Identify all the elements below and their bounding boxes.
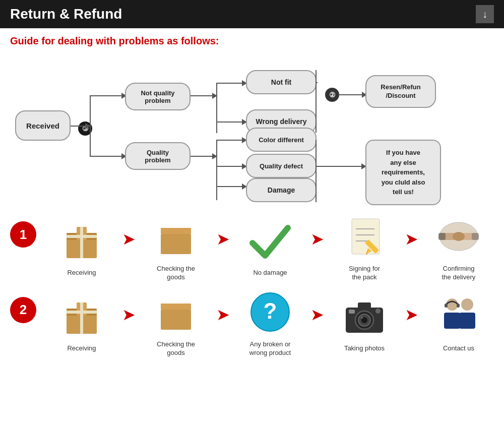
step-row-2: 2 Receiving ➤	[10, 287, 494, 357]
camera-icon	[337, 291, 392, 341]
person-headset-icon	[431, 291, 486, 341]
step-1-receiving: Receiving	[41, 215, 122, 277]
svg-point-40	[375, 309, 381, 314]
step-2-receiving-label: Receiving	[67, 344, 96, 353]
svg-point-41	[446, 298, 458, 311]
svg-rect-5	[161, 234, 191, 254]
svg-rect-43	[445, 304, 448, 308]
svg-rect-25	[80, 302, 83, 334]
svg-rect-20	[438, 233, 446, 240]
arrow-received-fork	[71, 126, 90, 127]
step-2-arrow-2: ➤	[216, 305, 230, 324]
arrow-to-notfit	[216, 83, 246, 84]
checkmark-icon	[242, 215, 298, 266]
page-header: Return & Refund ↓	[0, 0, 504, 28]
svg-rect-26	[67, 311, 97, 314]
guide-title: Guide for dealing with problems as follo…	[10, 35, 494, 47]
step-1-receiving-label: Receiving	[67, 269, 96, 277]
arrow-to-colordiff	[216, 140, 246, 141]
svg-rect-21	[472, 233, 479, 240]
not-fit-box: Not fit	[246, 70, 317, 94]
step-1-nodamage-label: No damage	[253, 269, 287, 277]
step-1-confirming: Confirmingthe delivery	[418, 211, 499, 282]
step-number-2: 2	[10, 297, 36, 323]
step-1-confirming-label: Confirmingthe delivery	[442, 265, 475, 282]
step-2-items: Receiving ➤ Checking thegoods ➤	[41, 287, 499, 357]
step-1-checking: Checking thegoods	[136, 211, 216, 282]
vline-nqp-right	[316, 70, 317, 133]
step-1-arrow-3: ➤	[310, 229, 324, 249]
step-2-photos: Taking photos	[324, 291, 405, 353]
step-2-broken-label: Any broken orwrong product	[249, 340, 291, 357]
vline-nqp	[216, 83, 217, 133]
arrow-to-resen	[339, 94, 366, 95]
svg-rect-44	[457, 304, 460, 308]
step-1-checking-label: Checking thegoods	[157, 265, 195, 282]
step-1-signing-label: Signing forthe pack	[349, 265, 380, 282]
svg-rect-38	[358, 302, 371, 309]
step-2-checking: Checking thegoods	[136, 287, 216, 357]
box-closed-2-icon	[54, 291, 109, 341]
step-2-arrow-4: ➤	[405, 305, 418, 324]
arrow-qp-right	[191, 156, 217, 157]
arrow-to-qp	[90, 156, 126, 157]
svg-rect-42	[444, 313, 460, 329]
step-2-contact-label: Contact us	[443, 344, 474, 353]
arrow-to-wrongdelivery	[216, 122, 246, 123]
handshake-icon	[431, 211, 486, 262]
svg-point-19	[453, 232, 465, 241]
pencil-sign-icon	[337, 211, 392, 262]
svg-rect-8	[161, 228, 191, 234]
page-title: Return & Refund	[10, 6, 122, 22]
any-else-box: If you haveany elserequirements,you clul…	[365, 140, 441, 205]
question-icon: ?	[242, 287, 298, 337]
damage-box: Damage	[246, 178, 317, 202]
svg-point-45	[461, 298, 473, 311]
box-open-icon	[148, 211, 204, 262]
quality-problem-box: Qualityproblem	[125, 142, 191, 170]
header-arrow-icon: ↓	[476, 5, 494, 23]
step-2-photos-label: Taking photos	[344, 344, 385, 353]
arrow-to-anyelse	[316, 166, 366, 167]
step-2-checking-label: Checking thegoods	[157, 340, 195, 357]
svg-point-37	[361, 317, 363, 319]
step-2-arrow-3: ➤	[310, 305, 324, 324]
resen-refund-box: Resen/Refun/Discount	[365, 75, 436, 108]
vline-qp	[216, 140, 217, 200]
svg-rect-3	[80, 227, 83, 258]
svg-rect-27	[161, 310, 191, 330]
step-1-nodamage: No damage	[230, 215, 310, 277]
step-2-contact: Contact us	[418, 291, 499, 353]
svg-rect-39	[349, 310, 355, 314]
vline-left	[90, 95, 91, 156]
svg-rect-46	[459, 313, 475, 329]
arrow-to-damage	[216, 186, 246, 187]
quality-defect-box: Quality defect	[246, 154, 317, 178]
received-box: Received	[15, 110, 71, 141]
box-closed-icon	[54, 215, 109, 266]
arrow-nqp-right	[191, 95, 217, 96]
step-row-1: 1 Receiving ➤	[10, 211, 494, 282]
not-quality-problem-box: Not qualityproblem	[125, 83, 191, 110]
arrow-to-qualdefect	[216, 166, 246, 167]
step-1-arrow-1: ➤	[122, 229, 136, 249]
svg-rect-4	[67, 235, 97, 238]
step-2-broken: ? Any broken orwrong product	[230, 287, 310, 357]
step-1-arrow-4: ➤	[405, 229, 418, 249]
guide-section: Guide for dealing with problems as follo…	[0, 28, 504, 206]
step-number-1: 1	[10, 221, 36, 248]
step-2-receiving: Receiving	[41, 291, 122, 353]
step-2-arrow-1: ➤	[122, 305, 136, 324]
vline-qp-right	[316, 140, 317, 202]
step-1-arrow-2: ➤	[216, 229, 230, 249]
step-1-signing: Signing forthe pack	[324, 211, 405, 282]
step-1-items: Receiving ➤ Checkin	[41, 211, 499, 282]
svg-text:?: ?	[264, 298, 277, 323]
color-different-box: Color different	[246, 128, 317, 152]
arrow-to-nqp	[90, 95, 126, 96]
svg-rect-30	[161, 304, 191, 310]
box-open-2-icon	[148, 287, 204, 337]
steps-section: 1 Receiving ➤	[0, 206, 504, 368]
badge-2: ②	[325, 88, 339, 102]
flowchart: Received ③ Not qualityproblem Qualitypro…	[10, 55, 494, 201]
